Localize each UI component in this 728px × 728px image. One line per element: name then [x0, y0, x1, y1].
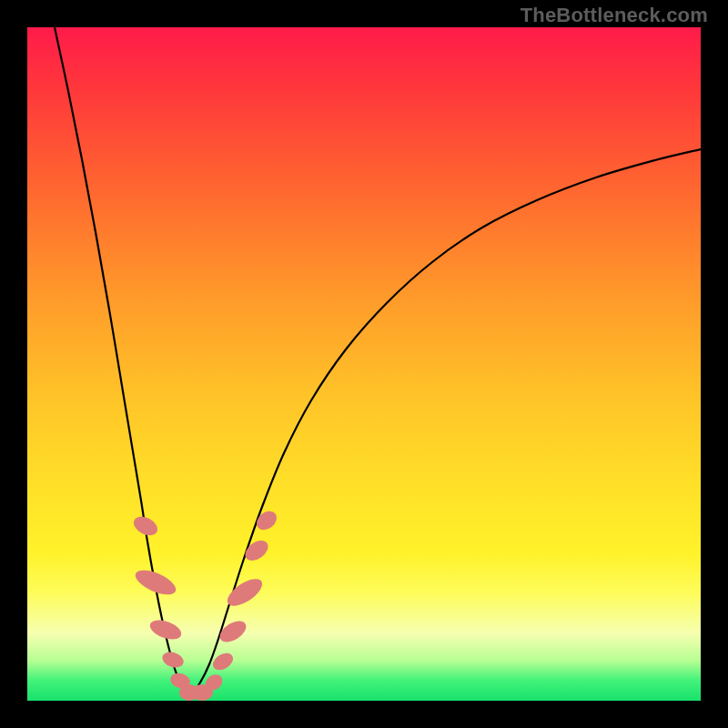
curve-left — [55, 27, 191, 695]
data-marker — [160, 650, 186, 671]
watermark-text: TheBottleneck.com — [521, 4, 708, 27]
data-marker — [132, 565, 179, 600]
data-marker — [253, 508, 280, 534]
plot-area — [27, 27, 701, 701]
curve-right — [191, 149, 701, 695]
chart-svg — [27, 27, 701, 701]
